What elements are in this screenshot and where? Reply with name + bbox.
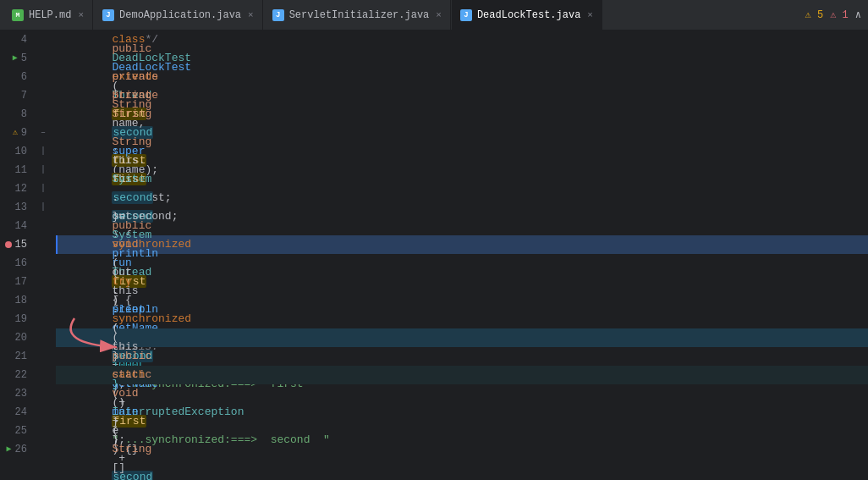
bp-placeholder-18 — [5, 297, 12, 304]
line-num-25: 25 — [0, 422, 30, 440]
fold-21 — [37, 347, 49, 366]
line-number-5: 5 — [21, 49, 27, 68]
line-num-12: 12 — [0, 179, 30, 198]
line-num-5: ▶ 5 — [0, 49, 30, 68]
fold-15 — [37, 235, 49, 254]
bp-placeholder-22 — [5, 372, 12, 378]
fold-22 — [37, 366, 49, 384]
line-num-13: 13 — [0, 198, 30, 217]
system-18: System — [112, 173, 151, 185]
bp-placeholder-19 — [5, 316, 12, 323]
line-number-12: 12 — [15, 179, 27, 198]
tab-help-md[interactable]: M HELP.md × — [3, 0, 93, 30]
bp-placeholder-17 — [5, 279, 12, 285]
collapse-icon[interactable]: ∧ — [855, 8, 861, 21]
tab-close-demo[interactable]: × — [248, 10, 254, 20]
line-num-14: 14 — [0, 217, 30, 235]
fold-gutter: – | | | | — [37, 30, 49, 480]
line-num-9: ⚠ 9 — [0, 124, 30, 142]
line-num-16: 16 — [0, 254, 30, 273]
tab-servlet[interactable]: J ServletInitializer.java × — [264, 0, 451, 30]
line-num-20: 20 — [0, 328, 30, 347]
code-line-26: public static void main ( String [] args… — [56, 440, 868, 459]
bp-placeholder-13 — [5, 204, 12, 211]
line-number-17: 17 — [15, 273, 27, 291]
line-number-13: 13 — [15, 198, 27, 217]
fold-23 — [37, 384, 49, 403]
line-number-25: 25 — [15, 422, 27, 440]
line-number-4: 4 — [21, 30, 27, 49]
line-number-20: 20 — [15, 328, 27, 347]
line-num-22: 22 — [0, 366, 30, 384]
bp-placeholder-12 — [5, 185, 12, 192]
line-number-21: 21 — [15, 347, 27, 366]
tab-close-servlet[interactable]: × — [436, 10, 442, 20]
tab-close-help[interactable]: × — [78, 10, 84, 20]
kw-static-26: static — [112, 368, 158, 381]
fold-12: | — [37, 179, 49, 198]
line-num-17: 17 — [0, 273, 30, 291]
run-btn-26[interactable]: ▶ — [7, 440, 12, 459]
line-num-26: ▶ 26 — [0, 440, 30, 459]
run-btn-5[interactable]: ▶ — [13, 49, 18, 68]
bp-placeholder-14 — [5, 223, 12, 229]
tab-label-demo: DemoApplication.java — [119, 9, 241, 21]
warn-icon-9: ⚠ — [13, 124, 18, 142]
line-num-24: 24 — [0, 403, 30, 422]
tab-icon-md: M — [12, 9, 24, 21]
bp-placeholder-7 — [11, 92, 18, 99]
tab-bar: M HELP.md × J DemoApplication.java × J S… — [0, 0, 868, 30]
line-number-23: 23 — [15, 384, 27, 403]
bp-placeholder-6 — [11, 74, 18, 80]
indent-9 — [112, 30, 164, 36]
fold-8 — [37, 105, 49, 124]
bp-placeholder-23 — [5, 390, 12, 397]
line-number-gutter: 4 ▶ 5 6 7 8 ⚠ 9 10 — [0, 30, 37, 480]
bp-placeholder-24 — [5, 409, 12, 416]
kw-void-26: void — [112, 387, 145, 400]
paren-9: ( — [112, 80, 118, 92]
line-number-6: 6 — [21, 68, 27, 86]
bracket-26: [] — [112, 461, 131, 474]
code-text-26: public static void main ( String [] args… — [56, 310, 250, 480]
fold-4 — [37, 30, 49, 49]
tab-close-deadlock[interactable]: × — [587, 10, 593, 20]
line-num-8: 8 — [0, 105, 30, 124]
fold-5 — [37, 49, 49, 68]
line-number-11: 11 — [15, 161, 27, 179]
code-content: */ public class DeadLockTest extends Thr… — [49, 30, 868, 480]
line-number-18: 18 — [15, 291, 27, 310]
tab-label-deadlock: DeadLockTest.java — [477, 9, 580, 21]
line-num-21: 21 — [0, 347, 30, 366]
out-21: out — [112, 266, 131, 279]
fold-25 — [37, 422, 49, 440]
tab-demo-app[interactable]: J DemoApplication.java × — [94, 0, 263, 30]
editor-area: 4 ▶ 5 6 7 8 ⚠ 9 10 — [0, 30, 868, 480]
line-number-16: 16 — [15, 254, 27, 273]
bp-placeholder-26 — [0, 446, 3, 453]
tab-icon-deadlock: J — [460, 9, 472, 21]
line-number-24: 24 — [15, 403, 27, 422]
bp-placeholder-21 — [5, 353, 12, 360]
fold-9: – — [37, 124, 49, 142]
indent-18 — [112, 154, 244, 167]
method-main-26: main — [112, 406, 138, 418]
warning-yellow-count: ⚠ 5 — [805, 8, 823, 21]
line-num-6: 6 — [0, 68, 30, 86]
paren-26a: ( — [112, 424, 118, 437]
fold-16 — [37, 254, 49, 273]
line-number-10: 10 — [15, 142, 27, 161]
breakpoint-15[interactable] — [5, 241, 12, 248]
fold-10: | — [37, 142, 49, 161]
line-number-15: 15 — [15, 235, 27, 254]
bp-placeholder-4 — [11, 36, 18, 43]
line-num-10: 10 — [0, 142, 30, 161]
line-number-9: 9 — [21, 124, 27, 142]
warnings-area: ⚠ 5 ⚠ 1 ∧ — [805, 8, 868, 21]
dot-21a: . — [112, 247, 118, 260]
tab-deadlock[interactable]: J DeadLockTest.java × — [452, 0, 602, 30]
tab-icon-demo: J — [102, 9, 114, 21]
bp-placeholder-16 — [5, 260, 12, 267]
line-num-11: 11 — [0, 161, 30, 179]
line-num-15: 15 — [0, 235, 30, 254]
